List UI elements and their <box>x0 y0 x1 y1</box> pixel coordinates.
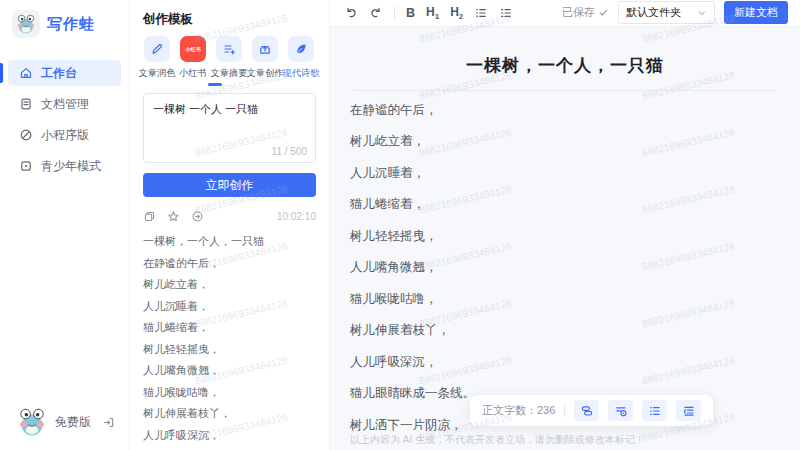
app-window: 写作蛙 工作台 文档管理 小程序版 <box>0 0 800 450</box>
result-line: 猫儿蜷缩着， <box>143 322 316 333</box>
result-line: 树儿轻轻摇曳， <box>143 344 316 355</box>
sidebar-item-label: 青少年模式 <box>41 158 101 175</box>
frog-logo-icon <box>12 10 40 38</box>
document-body[interactable]: 在静谧的午后， 树儿屹立着， 人儿沉睡着， 猫儿蜷缩着， 树儿轻轻摇曳， 人儿嘴… <box>350 104 780 432</box>
sidebar-item-workbench[interactable]: 工作台 <box>8 60 121 86</box>
tab-article-polish[interactable]: 文章润色 <box>139 36 175 80</box>
doc-line: 树儿屹立着， <box>350 135 780 148</box>
heading1-label: H <box>426 5 435 19</box>
doc-line: 人儿呼吸深沉， <box>350 356 780 369</box>
prompt-input[interactable]: 一棵树 一个人 一只猫 <box>144 94 315 142</box>
doc-line: 猫儿喉咙咕噜， <box>350 293 780 306</box>
ai-disclaimer: 以上内容为 AI 生成，不代表开发者立场，请勿删除或修改本标记！ <box>350 433 645 447</box>
indent-list-icon[interactable] <box>676 400 701 421</box>
doc-line: 树儿伸展着枝丫， <box>350 324 780 337</box>
logout-icon[interactable] <box>102 416 115 429</box>
tab-article-create[interactable]: 文章创作 <box>247 36 283 80</box>
result-line: 人儿嘴角微翘， <box>143 365 316 376</box>
redo-icon[interactable] <box>369 6 383 20</box>
toolbar-divider <box>394 6 395 20</box>
folder-select[interactable]: 默认文件夹 <box>618 1 715 24</box>
doc-line: 树儿轻轻摇曳， <box>350 230 780 243</box>
sidebar-item-label: 文档管理 <box>41 96 89 113</box>
result-line: 在静谧的午后， <box>143 258 316 269</box>
sidebar-item-label: 小程序版 <box>41 127 89 144</box>
tab-label: 文章创作 <box>247 67 284 80</box>
tabs-scroll-indicator[interactable] <box>208 83 222 86</box>
floatbar-divider <box>564 404 565 417</box>
doc-line: 人儿嘴角微翘， <box>350 261 780 274</box>
folder-select-value: 默认文件夹 <box>626 5 681 20</box>
document-canvas[interactable]: 一棵树，一个人，一只猫 在静谧的午后， 树儿屹立着， 人儿沉睡着， 猫儿蜷缩着，… <box>330 27 800 450</box>
miniprogram-icon <box>19 128 33 142</box>
brand-logo: 写作蛙 <box>0 0 129 44</box>
summary-icon <box>216 36 242 62</box>
home-icon <box>19 66 33 80</box>
template-tabs: 文章润色 小红书 小红书 文章摘要 <box>130 36 329 80</box>
result-timestamp: 10:02:10 <box>277 211 316 222</box>
tab-label: 文章摘要 <box>211 67 248 80</box>
char-counter: 11 / 500 <box>272 146 307 157</box>
undo-icon[interactable] <box>344 6 358 20</box>
tab-label: 文章润色 <box>139 67 176 80</box>
copy-icon[interactable] <box>143 210 156 223</box>
heading1-sub: 1 <box>435 12 439 21</box>
bullet-list-icon[interactable] <box>474 6 488 20</box>
frog-icon <box>15 13 37 35</box>
feather-icon <box>288 36 314 62</box>
heading2-label: H <box>450 5 459 19</box>
tab-label: 小红书 <box>179 67 207 80</box>
sidebar-item-teen-mode[interactable]: 青少年模式 <box>8 153 121 179</box>
tab-article-summary[interactable]: 文章摘要 <box>211 36 247 80</box>
result-line: 猫儿喉咙咕噜， <box>143 387 316 398</box>
sidebar-item-miniprogram[interactable]: 小程序版 <box>8 122 121 148</box>
user-row: 免费版 <box>0 396 129 450</box>
word-count: 正文字数：236 <box>482 403 555 418</box>
ordered-list-icon[interactable] <box>499 6 513 20</box>
result-line: 树儿伸展着枝丫， <box>143 408 316 419</box>
word-count-value: 236 <box>537 404 555 416</box>
result-line: 人儿沉睡着， <box>143 301 316 312</box>
generation-result: 10:02:10 一棵树，一个人，一只猫 在静谧的午后， 树儿屹立着， 人儿沉睡… <box>143 210 316 450</box>
create-now-button[interactable]: 立即创作 <box>143 173 316 197</box>
tab-label: 现代诗歌 <box>283 67 320 80</box>
tab-xiaohongshu[interactable]: 小红书 小红书 <box>175 36 211 80</box>
bold-button[interactable]: B <box>406 6 415 20</box>
toolbar-right: 已保存 默认文件夹 新建文档 <box>562 1 788 24</box>
find-replace-icon[interactable] <box>608 400 633 421</box>
sidebar: 写作蛙 工作台 文档管理 小程序版 <box>0 0 130 450</box>
create-box-icon <box>252 36 278 62</box>
sidebar-item-label: 工作台 <box>41 65 77 82</box>
template-panel: 创作模板 文章润色 小红书 小红书 <box>130 0 330 450</box>
favorite-star-icon[interactable] <box>167 210 180 223</box>
check-icon <box>598 7 609 18</box>
user-avatar[interactable] <box>16 406 48 438</box>
doc-line: 在静谧的午后， <box>350 104 780 117</box>
doc-line: 猫儿蜷缩着， <box>350 198 780 211</box>
editor-toolbar: B H1 H2 已保存 <box>330 0 800 27</box>
floating-toolbar: 正文字数：236 <box>470 395 713 426</box>
heading1-button[interactable]: H1 <box>426 5 439 21</box>
heading2-button[interactable]: H2 <box>450 5 463 21</box>
insert-arrow-icon[interactable] <box>191 210 204 223</box>
plan-badge: 免费版 <box>55 414 91 431</box>
xiaohongshu-icon-text: 小红书 <box>185 45 201 52</box>
save-status: 已保存 <box>562 5 609 20</box>
heading2-sub: 2 <box>459 12 463 21</box>
document-title[interactable]: 一棵树，一个人，一只猫 <box>350 54 780 77</box>
result-actions: 10:02:10 <box>143 210 316 223</box>
new-document-button[interactable]: 新建文档 <box>724 1 788 24</box>
xiaohongshu-icon: 小红书 <box>180 36 206 62</box>
word-count-label: 正文字数： <box>482 404 537 416</box>
panel-title: 创作模板 <box>130 0 329 36</box>
result-line: 人儿呼吸深沉， <box>143 430 316 441</box>
prompt-input-box: 一棵树 一个人 一只猫 11 / 500 <box>143 93 316 163</box>
brand-name: 写作蛙 <box>47 15 96 34</box>
tab-modern-poetry[interactable]: 现代诗歌 <box>283 36 319 80</box>
editor-area: B H1 H2 已保存 <box>330 0 800 450</box>
sidebar-item-documents[interactable]: 文档管理 <box>8 91 121 117</box>
segment-icon[interactable] <box>574 400 599 421</box>
bullet-list-blue-icon[interactable] <box>642 400 667 421</box>
save-status-label: 已保存 <box>562 5 595 20</box>
title-divider <box>354 90 776 91</box>
